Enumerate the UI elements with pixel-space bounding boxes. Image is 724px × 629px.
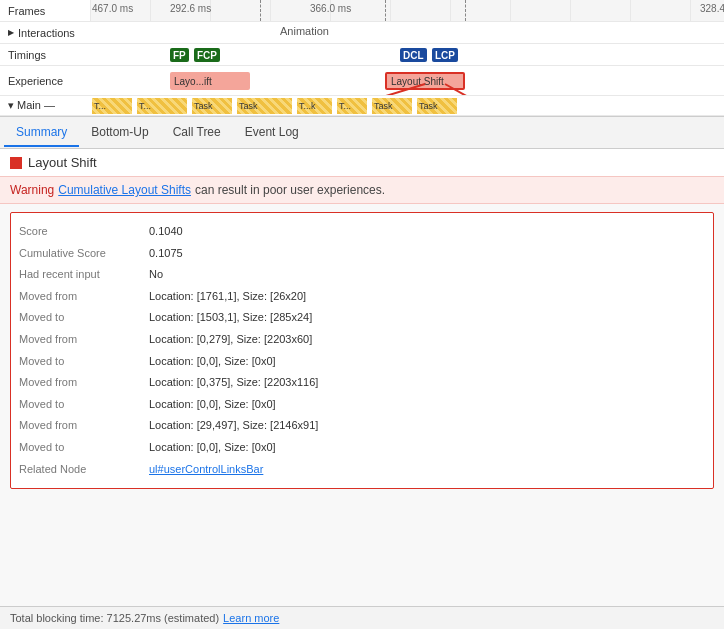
dcl-badge: DCL — [400, 48, 427, 62]
timings-label: Timings — [0, 49, 90, 61]
cumulative-score-value: 0.1075 — [149, 245, 183, 263]
tab-event-log[interactable]: Event Log — [233, 119, 311, 147]
moved-from-1-label: Moved from — [19, 331, 149, 349]
task-block-1: T... — [137, 98, 187, 114]
recent-input-value: No — [149, 266, 163, 284]
cumulative-score-label: Cumulative Score — [19, 245, 149, 263]
timeline-area: Frames 467.0 ms 292.6 ms 366.0 ms 328.4 … — [0, 0, 724, 117]
moved-to-1-value: Location: [0,0], Size: [0x0] — [149, 353, 276, 371]
task-block-0: T... — [92, 98, 132, 114]
info-row-score: Score 0.1040 — [19, 221, 705, 243]
tabs-bar: Summary Bottom-Up Call Tree Event Log — [0, 117, 724, 149]
warning-suffix: can result in poor user experiences. — [195, 183, 385, 197]
experience-label: Experience — [0, 75, 90, 87]
task-block-3: Task — [237, 98, 292, 114]
section-title-text: Layout Shift — [28, 155, 97, 170]
info-row-cumulative-score: Cumulative Score 0.1075 — [19, 243, 705, 265]
animation-label: Animation — [280, 25, 329, 37]
info-row-moved-to-3: Moved to Location: [0,0], Size: [0x0] — [19, 437, 705, 459]
interactions-content: Animation — [90, 22, 724, 43]
frame-time-3: 328.4 — [700, 3, 724, 14]
moved-to-3-label: Moved to — [19, 439, 149, 457]
info-panel: Score 0.1040 Cumulative Score 0.1075 Had… — [10, 212, 714, 489]
info-row-moved-from-1: Moved from Location: [0,279], Size: [220… — [19, 329, 705, 351]
fcp-badge: FCP — [194, 48, 220, 62]
section-title: Layout Shift — [0, 149, 724, 176]
frames-row: Frames 467.0 ms 292.6 ms 366.0 ms 328.4 — [0, 0, 724, 22]
interactions-label: ▶ Interactions — [0, 27, 90, 39]
layout-shift-block-1[interactable]: Layo...ift — [170, 72, 250, 90]
info-row-related-node: Related Node ul#userControlLinksBar — [19, 459, 705, 481]
task-block-6: Task — [372, 98, 412, 114]
info-row-moved-to-0: Moved to Location: [1503,1], Size: [285x… — [19, 307, 705, 329]
warning-banner: Warning Cumulative Layout Shifts can res… — [0, 176, 724, 204]
timings-content: FP FCP DCL LCP — [90, 44, 724, 65]
layout-shift-block-selected[interactable]: Layout Shift — [385, 72, 465, 90]
moved-from-1-value: Location: [0,279], Size: [2203x60] — [149, 331, 312, 349]
moved-from-3-label: Moved from — [19, 417, 149, 435]
warning-label: Warning — [10, 183, 54, 197]
related-node-link[interactable]: ul#userControlLinksBar — [149, 461, 263, 479]
frame-time-1: 292.6 ms — [170, 3, 211, 14]
moved-from-3-value: Location: [29,497], Size: [2146x91] — [149, 417, 318, 435]
frames-content: 467.0 ms 292.6 ms 366.0 ms 328.4 — [90, 0, 724, 21]
moved-to-2-value: Location: [0,0], Size: [0x0] — [149, 396, 276, 414]
warning-link[interactable]: Cumulative Layout Shifts — [58, 183, 191, 197]
moved-from-2-label: Moved from — [19, 374, 149, 392]
info-row-moved-from-2: Moved from Location: [0,375], Size: [220… — [19, 372, 705, 394]
fp-badge: FP — [170, 48, 189, 62]
frames-label: Frames — [0, 5, 90, 17]
info-row-moved-from-3: Moved from Location: [29,497], Size: [21… — [19, 415, 705, 437]
moved-to-0-value: Location: [1503,1], Size: [285x24] — [149, 309, 312, 327]
main-label: ▾ Main — — [0, 99, 90, 112]
frame-time-0: 467.0 ms — [92, 3, 133, 14]
red-square-icon — [10, 157, 22, 169]
moved-to-0-label: Moved to — [19, 309, 149, 327]
frame-time-2: 366.0 ms — [310, 3, 351, 14]
main-row: ▾ Main — T... T... Task Task T...k T... … — [0, 96, 724, 116]
tab-call-tree[interactable]: Call Tree — [161, 119, 233, 147]
moved-to-1-label: Moved to — [19, 353, 149, 371]
task-block-4: T...k — [297, 98, 332, 114]
info-row-recent-input: Had recent input No — [19, 264, 705, 286]
moved-from-2-value: Location: [0,375], Size: [2203x116] — [149, 374, 318, 392]
main-content: T... T... Task Task T...k T... Task Task — [90, 96, 724, 115]
lcp-badge: LCP — [432, 48, 458, 62]
moved-from-0-label: Moved from — [19, 288, 149, 306]
timings-row: Timings FP FCP DCL LCP — [0, 44, 724, 66]
score-value: 0.1040 — [149, 223, 183, 241]
moved-to-3-value: Location: [0,0], Size: [0x0] — [149, 439, 276, 457]
info-row-moved-from-0: Moved from Location: [1761,1], Size: [26… — [19, 286, 705, 308]
task-block-2: Task — [192, 98, 232, 114]
task-block-5: T... — [337, 98, 367, 114]
interactions-row: ▶ Interactions Animation — [0, 22, 724, 44]
experience-content: Layo...ift Layout Shift — [90, 66, 724, 95]
tab-summary[interactable]: Summary — [4, 119, 79, 147]
task-block-7: Task — [417, 98, 457, 114]
recent-input-label: Had recent input — [19, 266, 149, 284]
related-node-label: Related Node — [19, 461, 149, 479]
info-row-moved-to-1: Moved to Location: [0,0], Size: [0x0] — [19, 351, 705, 373]
experience-row: Experience Layo...ift Layout Shift — [0, 66, 724, 96]
info-row-moved-to-2: Moved to Location: [0,0], Size: [0x0] — [19, 394, 705, 416]
moved-from-0-value: Location: [1761,1], Size: [26x20] — [149, 288, 306, 306]
score-label: Score — [19, 223, 149, 241]
tab-bottom-up[interactable]: Bottom-Up — [79, 119, 160, 147]
moved-to-2-label: Moved to — [19, 396, 149, 414]
